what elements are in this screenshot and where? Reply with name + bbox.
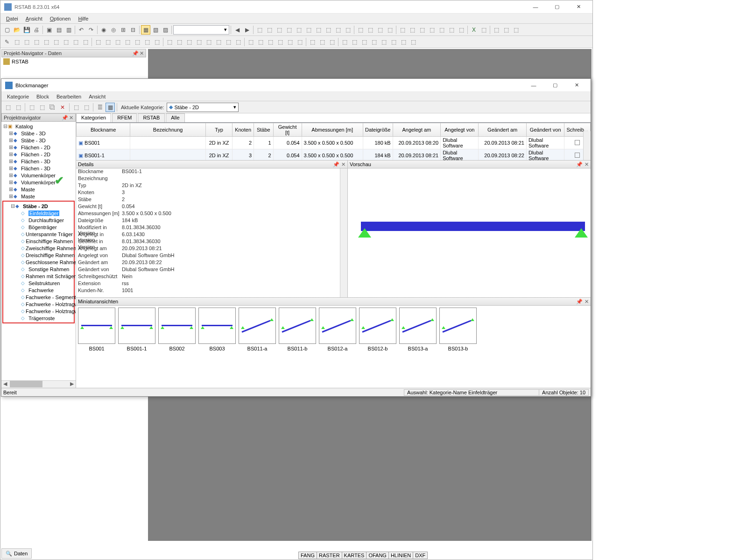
tb-icon[interactable]: ⬚ <box>133 37 142 47</box>
new-icon[interactable]: ▢ <box>2 25 12 35</box>
tab-kategorien[interactable]: Kategorien <box>76 113 111 122</box>
undo-icon[interactable]: ↶ <box>77 25 86 35</box>
thumbnail[interactable]: BS001 <box>78 308 115 351</box>
tree-item[interactable]: ◇Dreischiffige Rahmen <box>4 252 73 259</box>
tab-alle[interactable]: Alle <box>166 113 184 122</box>
status-ofang[interactable]: OFANG <box>366 552 389 559</box>
menu-ansicht[interactable]: Ansicht <box>22 15 46 22</box>
tb-icon[interactable]: ⬚ <box>304 25 313 35</box>
tb-icon[interactable]: ⬚ <box>214 37 223 47</box>
vertical-scrollbar[interactable] <box>583 131 591 160</box>
tb-icon[interactable]: ⬚ <box>359 37 369 47</box>
tb-icon[interactable]: ⬚ <box>175 37 184 47</box>
delete-icon[interactable]: ✕ <box>58 103 67 112</box>
tb-icon[interactable]: ⊟ <box>128 25 138 35</box>
thumbnail[interactable]: BS003 <box>198 308 236 351</box>
tb-icon[interactable]: ⬚ <box>333 25 343 35</box>
status-fang[interactable]: FANG <box>298 552 317 559</box>
tb-icon[interactable]: ⬚ <box>224 37 233 47</box>
thumbnail[interactable]: BS002 <box>158 308 196 351</box>
copy-icon[interactable]: ⿻ <box>48 103 57 112</box>
tb-icon[interactable]: ⬚ <box>14 103 23 112</box>
tree-item[interactable]: ◇Trägerroste <box>4 315 73 322</box>
bm-menu-kategorie[interactable]: Kategorie <box>3 93 33 100</box>
tb-icon[interactable]: ▨ <box>161 25 170 35</box>
tree-item[interactable]: ◇Einschiffige Rahmen <box>4 238 73 245</box>
tree-item[interactable]: ⊞◆Flächen - 2D <box>2 144 75 151</box>
tb-icon[interactable]: ⬚ <box>511 25 521 35</box>
tb-icon[interactable]: ⬚ <box>409 37 418 47</box>
tb-icon[interactable]: ⬚ <box>295 37 304 47</box>
tb-icon[interactable]: ▦ <box>141 25 150 35</box>
column-header[interactable]: Stäbe <box>254 123 274 137</box>
tb-icon[interactable]: ⬚ <box>457 25 466 35</box>
tb-icon[interactable]: ◎ <box>109 25 118 35</box>
tb-icon[interactable]: ⬚ <box>142 37 152 47</box>
tb-icon[interactable]: ⬚ <box>51 37 61 47</box>
bm-menu-bearbeiten[interactable]: Bearbeiten <box>53 93 85 100</box>
close-button[interactable]: ✕ <box>568 1 589 13</box>
bm-maximize-button[interactable]: ▢ <box>545 79 565 91</box>
tb-icon[interactable]: ⬚ <box>184 37 194 47</box>
tb-icon[interactable]: ⬚ <box>308 37 317 47</box>
tb-icon[interactable]: ⬚ <box>233 37 243 47</box>
tb-icon[interactable]: ⬚ <box>317 37 327 47</box>
thumbnail[interactable]: BS012-b <box>359 308 396 351</box>
tree-item[interactable]: ⊞◆Flächen - 3D <box>2 165 75 172</box>
preview-viewport[interactable] <box>348 168 591 297</box>
tb-icon[interactable]: ⬚ <box>93 37 103 47</box>
tb-icon[interactable]: ▧ <box>151 25 160 35</box>
tb-icon[interactable]: ⬚ <box>255 25 264 35</box>
tab-rfem[interactable]: RFEM <box>112 113 137 122</box>
grid-icon[interactable]: ▦ <box>106 103 115 112</box>
tb-icon[interactable]: ⬚ <box>81 37 90 47</box>
status-kartes[interactable]: KARTES <box>342 552 367 559</box>
tb-icon[interactable]: ⬚ <box>501 25 511 35</box>
tb-icon[interactable]: ◉ <box>99 25 108 35</box>
vertical-scrollbar[interactable] <box>340 168 347 297</box>
tb-icon[interactable]: ▣ <box>44 25 54 35</box>
tb-icon[interactable]: ⬚ <box>22 37 31 47</box>
tb-icon[interactable]: ⬚ <box>479 25 488 35</box>
tb-icon[interactable]: ⬚ <box>385 25 395 35</box>
pin-icon[interactable]: 📌 <box>576 299 583 305</box>
bm-menu-ansicht[interactable]: Ansicht <box>85 93 109 100</box>
tree-item[interactable]: ◇Unterspannte Träger <box>4 231 73 238</box>
tree-item[interactable]: ◇Seilstrukturen <box>4 280 73 287</box>
tb-icon[interactable]: ⬚ <box>103 37 113 47</box>
column-header[interactable]: Angelegt am <box>393 123 440 137</box>
tb-icon[interactable]: ▥ <box>64 25 73 35</box>
tree-item[interactable]: ◇Bögenträger <box>4 224 73 231</box>
minimize-button[interactable]: — <box>525 1 546 13</box>
column-header[interactable]: Angelegt von <box>441 123 479 137</box>
close-icon[interactable]: ✕ <box>69 115 73 121</box>
tb-icon[interactable]: ⬚ <box>447 25 456 35</box>
tb-icon[interactable]: ⬚ <box>379 37 388 47</box>
tb-icon[interactable]: ⬚ <box>275 25 284 35</box>
status-hlinien[interactable]: HLINIEN <box>388 552 413 559</box>
pin-icon[interactable]: 📌 <box>333 161 339 168</box>
thumbnail[interactable]: BS012-a <box>319 308 356 351</box>
tb-icon[interactable]: ⬚ <box>398 25 407 35</box>
tree-item[interactable]: ⊞◆Maste <box>2 193 75 200</box>
tb-icon[interactable]: ⊞ <box>119 25 128 35</box>
tb-icon[interactable]: ⬚ <box>340 37 349 47</box>
thumbnail[interactable]: BS013-a <box>399 308 437 351</box>
tb-icon[interactable]: ⬚ <box>71 103 81 112</box>
print-icon[interactable]: 🖨 <box>32 25 41 35</box>
tree-katalog[interactable]: ⊟▣Katalog <box>2 123 75 130</box>
column-header[interactable]: Typ <box>206 123 233 137</box>
tb-icon[interactable]: ⬚ <box>356 25 365 35</box>
tb-icon[interactable]: ⬚ <box>42 37 51 47</box>
tb-icon[interactable]: ⬚ <box>3 103 13 112</box>
thumbnail[interactable]: BS011-b <box>279 308 316 351</box>
tb-icon[interactable]: ⬚ <box>152 37 162 47</box>
tree-item[interactable]: ◇Geschlossene Rahmen <box>4 259 73 266</box>
tree-item[interactable]: ◇Einfeldträger <box>4 210 73 217</box>
tb-icon[interactable]: ⬚ <box>285 37 295 47</box>
close-icon[interactable]: ✕ <box>585 161 589 168</box>
column-header[interactable]: Dateigröße <box>363 123 393 137</box>
tb-icon[interactable]: ⬚ <box>165 37 174 47</box>
tree-root-rstab[interactable]: RSTAB <box>1 57 146 66</box>
table-row[interactable]: ▣ BS001-12D in XZ320.0543.500 x 0.500 x … <box>77 149 591 161</box>
